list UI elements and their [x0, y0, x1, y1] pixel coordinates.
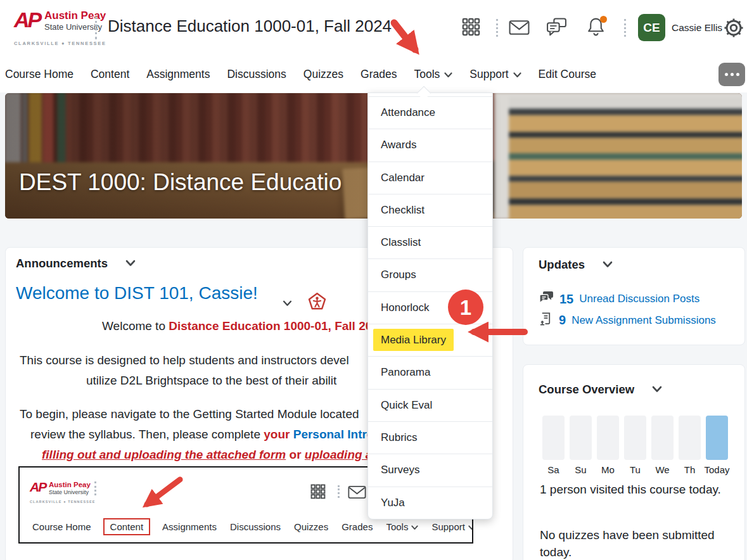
tools-menu-item[interactable]: Checklist — [368, 194, 492, 226]
announcement-paragraph-line: This course is designed to help students… — [20, 353, 349, 367]
course-title: Distance Education 1000-01, Fall 2024 — [108, 16, 392, 36]
inset-nav-item: Tools — [386, 521, 418, 532]
mail-icon — [348, 485, 366, 499]
nav-item-label: Edit Course — [539, 68, 596, 81]
tools-menu-item-label: Quick Eval — [381, 399, 432, 411]
chart-bar — [624, 416, 646, 460]
nav-item[interactable]: Course Home — [5, 68, 73, 81]
nav-item[interactable]: Support — [469, 68, 521, 81]
updates-title: Updates — [539, 258, 585, 272]
tools-menu-item-label: Surveys — [381, 464, 419, 476]
tools-dropdown-menu: Attendance Awards Calendar Checklist Cla… — [367, 92, 493, 519]
visits-bar-chart: Sa Su Mo Tu We — [542, 416, 728, 475]
nav-item[interactable]: Assignments — [146, 68, 210, 81]
tools-menu-item-label: Calendar — [381, 172, 425, 184]
chevron-down-icon[interactable] — [283, 298, 292, 309]
tools-menu-item-label: Groups — [381, 269, 416, 281]
tools-menu-item[interactable]: Awards — [368, 129, 492, 161]
tools-menu-item-label: Panorama — [381, 366, 430, 378]
nav-item[interactable]: Edit Course — [539, 68, 596, 81]
chart-bar-label: Mo — [601, 464, 615, 475]
tools-menu-item[interactable]: Groups — [368, 258, 492, 291]
tools-menu-item-label: Checklist — [381, 204, 425, 216]
nav-item-label: Course Home — [5, 68, 73, 81]
d2l-course-page: AP Austin Peay State University CLARKSVI… — [0, 0, 747, 560]
university-tagline: CLARKSVILLE ● TENNESSEE — [14, 41, 106, 46]
chevron-down-icon[interactable] — [652, 384, 662, 395]
notification-dot — [600, 16, 607, 23]
user-name: Cassie Ellis — [672, 22, 722, 34]
divider — [94, 481, 96, 495]
chart-bar-column: Today — [706, 416, 728, 475]
top-header: AP Austin Peay State University CLARKSVI… — [0, 0, 747, 56]
chart-bar-label: Tu — [630, 464, 641, 475]
chart-bar-label: Th — [684, 464, 696, 475]
discussion-icon — [539, 291, 554, 307]
tools-menu-item[interactable]: Quick Eval — [368, 389, 492, 421]
tools-menu-item[interactable]: YuJa — [368, 487, 492, 519]
course-overview-title: Course Overview — [539, 383, 634, 397]
tools-menu-item[interactable]: Panorama — [368, 356, 492, 388]
mail-icon[interactable] — [509, 20, 530, 35]
inset-nav-item: Support — [431, 521, 473, 532]
chevron-down-icon[interactable] — [603, 259, 613, 270]
chart-bar — [570, 416, 592, 460]
divider — [95, 16, 97, 39]
avatar[interactable]: CE — [638, 14, 665, 41]
chevron-down-icon — [513, 68, 521, 81]
inset-nav-item: Quizzes — [294, 521, 328, 532]
inset-nav-item: Course Home — [32, 521, 91, 532]
announcement-greeting-line: Welcome to Distance Education 1000-01, F… — [102, 319, 372, 333]
chat-icon[interactable] — [546, 18, 567, 37]
assignment-icon — [539, 312, 553, 329]
tools-menu-item[interactable]: Rubrics — [368, 421, 492, 454]
tools-menu-item[interactable]: Surveys — [368, 454, 492, 486]
chart-bar-label: Su — [575, 464, 586, 475]
chart-bar-label: Today — [704, 464, 729, 475]
chart-bar — [542, 416, 565, 460]
chart-bar-column: Mo — [597, 416, 619, 475]
announcements-title: Announcements — [16, 257, 108, 270]
inset-logo: Austin Peay State University — [49, 481, 91, 496]
chevron-down-icon — [444, 68, 452, 81]
chart-bar-column: Th — [679, 416, 701, 475]
personal-intro-link[interactable]: Personal Intro — [293, 428, 374, 441]
chart-bar-column: We — [651, 416, 674, 475]
tools-menu-item[interactable]: Attendance — [368, 96, 492, 129]
chevron-down-icon[interactable] — [125, 258, 136, 269]
inset-nav-item: Discussions — [230, 521, 281, 532]
divider — [496, 19, 498, 37]
accessibility-score-icon[interactable] — [307, 292, 327, 314]
chevron-down-icon — [411, 521, 418, 532]
inset-logo-monogram: AP — [30, 480, 46, 493]
apps-grid-icon[interactable] — [462, 18, 480, 36]
nav-item[interactable]: Tools — [414, 68, 452, 81]
nav-item[interactable]: Grades — [361, 68, 397, 81]
nav-item[interactable]: Quizzes — [303, 68, 343, 81]
announcement-post-title[interactable]: Welcome to DIST 101, Cassie! — [16, 283, 258, 303]
inset-nav-item: Assignments — [162, 521, 217, 532]
gear-icon[interactable] — [722, 16, 745, 39]
more-actions-button[interactable] — [718, 63, 745, 86]
nav-items: Course Home Content Assignments Discussi… — [0, 56, 747, 92]
tools-menu-item[interactable]: Classlist — [368, 226, 492, 258]
attached-form-link[interactable]: filling out and uploading the attached f… — [42, 448, 286, 461]
inset-logo-tagline: CLARKSVILLE ● TENNESSEE — [30, 500, 96, 504]
tools-menu-item[interactable]: Calendar — [368, 162, 492, 194]
tools-menu-item[interactable]: Media Library — [368, 324, 492, 356]
chart-bar-column: Su — [570, 416, 592, 475]
tools-menu-item[interactable]: Honorlock — [368, 291, 492, 324]
tools-menu-item-label: Attendance — [381, 106, 435, 118]
tools-menu-item-label: YuJa — [381, 497, 405, 509]
new-submissions-link[interactable]: 9 New Assignment Submissions — [539, 312, 716, 329]
unread-discussions-link[interactable]: 15 Unread Discussion Posts — [539, 291, 699, 307]
updates-widget: Updates 15 Unread Discussion Posts — [523, 247, 745, 345]
university-logo-monogram: AP — [14, 9, 40, 30]
nav-item-label: Grades — [361, 68, 397, 81]
nav-item[interactable]: Content — [91, 68, 129, 81]
course-overview-widget: Course Overview Sa Su Mo — [523, 364, 745, 560]
divider — [338, 485, 340, 498]
announcement-paragraph-line: filling out and uploading the attached f… — [42, 448, 386, 462]
divider — [624, 19, 626, 37]
nav-item[interactable]: Discussions — [227, 68, 286, 81]
